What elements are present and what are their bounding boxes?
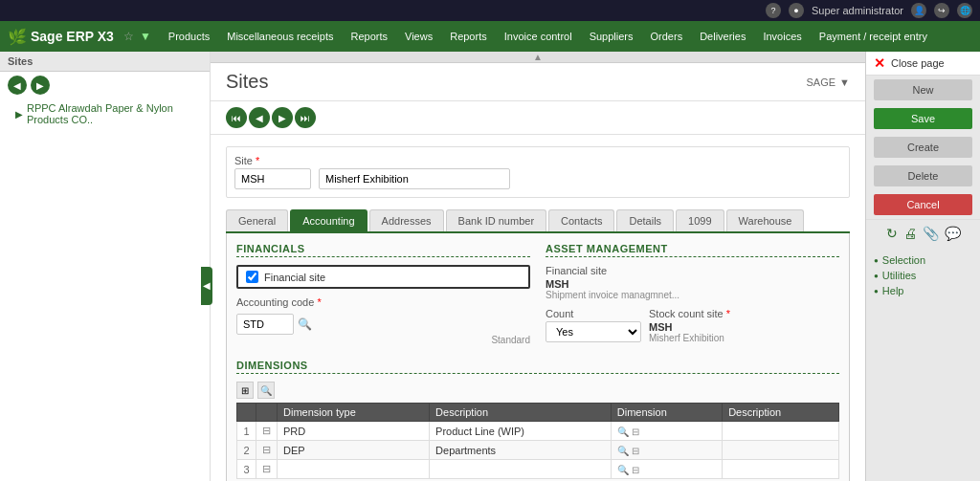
col-header-description1: Description (430, 404, 612, 422)
save-button[interactable]: Save (874, 108, 972, 129)
settings-icon[interactable]: ● (789, 3, 804, 18)
nav-products[interactable]: Products (161, 27, 217, 46)
sidebar-item-arrow-icon: ▶ (15, 109, 23, 120)
help-icon[interactable]: ? (766, 3, 781, 18)
tab-accounting[interactable]: Accounting (290, 209, 367, 231)
row-2-dim-search-icon[interactable]: 🔍 (617, 446, 629, 456)
tab-general[interactable]: General (226, 209, 288, 231)
count-select[interactable]: Yes No (546, 321, 641, 342)
row-3-dim-copy-icon[interactable]: ⊟ (632, 465, 639, 475)
accounting-code-search-icon[interactable]: 🔍 (298, 317, 312, 331)
site-code-input[interactable] (234, 168, 311, 189)
user-label: Super administrator (812, 5, 903, 16)
tab-bank-id[interactable]: Bank ID number (446, 209, 546, 231)
next-record-btn[interactable]: ▶ (272, 107, 293, 128)
sidebar-nav: ◀ ▶ (0, 72, 210, 98)
accounting-code-input[interactable] (236, 314, 294, 335)
favorite-icon[interactable]: ☆ (123, 30, 134, 43)
col-header-empty2 (256, 404, 278, 422)
help-link[interactable]: ● Help (874, 283, 972, 298)
right-panel: ✕ Close page New Save Create Delete Canc… (865, 52, 980, 481)
row-2-dim-desc (723, 441, 839, 460)
site-field-label: Site (234, 155, 311, 166)
close-page-btn[interactable]: ✕ Close page (866, 52, 980, 76)
user-avatar-icon[interactable]: 👤 (911, 3, 926, 18)
col-header-dim-type: Dimension type (278, 404, 430, 422)
nav-views[interactable]: Views (397, 27, 440, 46)
nav-invoices[interactable]: Invoices (755, 27, 809, 46)
logout-icon[interactable]: ↪ (934, 3, 949, 18)
sidebar-collapse-handle[interactable]: ◀ (201, 267, 212, 305)
row-1-type[interactable]: PRD (278, 422, 430, 441)
row-3-dim-search-icon[interactable]: 🔍 (617, 465, 629, 475)
col-header-empty1 (237, 404, 256, 422)
site-name-group (319, 155, 510, 189)
nav-misc-receipts[interactable]: Miscellaneous receipts (219, 27, 341, 46)
nav-dropdown-icon[interactable]: ▼ (140, 30, 151, 43)
page-header: Sites SAGE ▼ (211, 63, 865, 101)
tab-warehouse[interactable]: Warehouse (726, 209, 805, 231)
attachment-icon[interactable]: 📎 (923, 226, 939, 241)
new-button[interactable]: New (874, 79, 972, 100)
sidebar-item-rppc[interactable]: ▶ RPPC Alrawdah Paper & Nylon Products C… (0, 98, 210, 129)
tab-details[interactable]: Details (616, 209, 674, 231)
financials-section-title: FINANCIALS (236, 243, 530, 257)
dim-search-btn[interactable]: 🔍 (257, 382, 275, 399)
delete-button[interactable]: Delete (874, 165, 972, 186)
fin-site-display-block: Financial site MSH Shipment invoice mana… (546, 265, 839, 300)
close-page-label: Close page (891, 57, 945, 69)
cancel-button[interactable]: Cancel (874, 194, 972, 215)
stock-count-value: MSH (649, 321, 730, 333)
selection-link[interactable]: ● Selection (874, 252, 972, 268)
tab-bar: General Accounting Addresses Bank ID num… (226, 209, 850, 233)
utilities-label: Utilities (882, 270, 916, 281)
nav-deliveries[interactable]: Deliveries (692, 27, 753, 46)
col-header-description2: Description (723, 404, 839, 422)
sidebar-prev-btn[interactable]: ◀ (8, 76, 27, 95)
dimensions-section-title: DIMENSIONS (236, 360, 839, 374)
globe-icon[interactable]: 🌐 (957, 3, 972, 18)
site-field-group: Site (234, 155, 311, 189)
utilities-link[interactable]: ● Utilities (874, 268, 972, 283)
nav-reports-2[interactable]: Reports (442, 27, 495, 46)
sidebar-next-btn[interactable]: ▶ (31, 76, 50, 95)
dimensions-table: Dimension type Description Dimension Des… (236, 403, 839, 479)
site-badge-dropdown-icon[interactable]: ▼ (839, 77, 850, 88)
financial-site-checkbox[interactable] (246, 271, 258, 283)
prev-record-btn[interactable]: ◀ (249, 107, 270, 128)
refresh-icon[interactable]: ↻ (886, 226, 898, 241)
row-1-icon: ⊟ (256, 422, 278, 441)
first-record-btn[interactable]: ⏮ (226, 107, 247, 128)
site-badge-label: SAGE (807, 77, 836, 88)
row-3-desc (430, 460, 612, 479)
nav-orders[interactable]: Orders (643, 27, 691, 46)
table-row: 2 ⊟ DEP Departments 🔍 ⊟ (237, 441, 839, 460)
nav-payment[interactable]: Payment / receipt entry (812, 27, 935, 46)
comment-icon[interactable]: 💬 (945, 226, 961, 241)
print-icon[interactable]: 🖨 (903, 226, 917, 241)
nav-reports-1[interactable]: Reports (344, 27, 396, 46)
create-button[interactable]: Create (874, 137, 972, 158)
dim-grid-icon[interactable]: ⊞ (236, 382, 254, 399)
row-1-dim-copy-icon[interactable]: ⊟ (632, 426, 639, 437)
table-row: 3 ⊟ 🔍 ⊟ (237, 460, 839, 479)
tab-addresses[interactable]: Addresses (369, 209, 444, 231)
app-logo-text: Sage ERP X3 (31, 29, 114, 44)
asset-management-col: ASSET MANAGEMENT Financial site MSH Ship… (546, 243, 839, 350)
row-1-dim-search-icon[interactable]: 🔍 (617, 426, 629, 437)
site-field-row: Site (226, 146, 850, 198)
fin-site-display-value: MSH (546, 278, 839, 290)
site-name-input[interactable] (319, 168, 510, 189)
row-2-dim: 🔍 ⊟ (611, 441, 722, 460)
site-badge: SAGE ▼ (807, 77, 850, 88)
row-2-dim-copy-icon[interactable]: ⊟ (632, 446, 639, 456)
nav-suppliers[interactable]: Suppliers (582, 27, 641, 46)
fin-site-display-label: Financial site (546, 265, 839, 276)
tab-contacts[interactable]: Contacts (548, 209, 614, 231)
tab-1099[interactable]: 1099 (676, 209, 724, 231)
row-3-type[interactable] (278, 460, 430, 479)
nav-invoice-control[interactable]: Invoice control (497, 27, 580, 46)
last-record-btn[interactable]: ⏭ (295, 107, 316, 128)
row-3-num: 3 (237, 460, 256, 479)
row-2-type[interactable]: DEP (278, 441, 430, 460)
